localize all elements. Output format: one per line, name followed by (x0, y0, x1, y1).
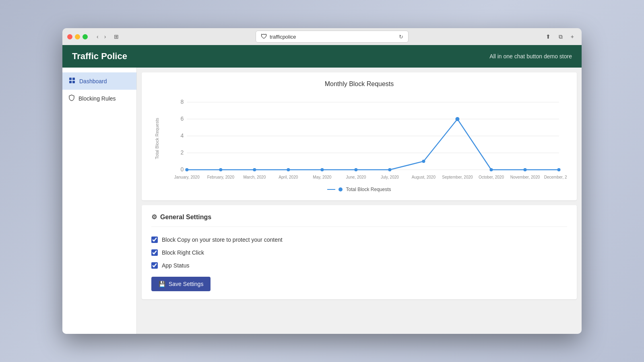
save-settings-button[interactable]: 💾 Save Settings (151, 277, 211, 291)
svg-text:December, 2020: December, 2020 (544, 175, 567, 179)
svg-text:April, 2020: April, 2020 (279, 175, 298, 179)
blocking-rules-label: Blocking Rules (78, 95, 116, 102)
app-status-checkbox[interactable] (151, 262, 158, 269)
svg-text:November, 2020: November, 2020 (510, 175, 540, 179)
svg-rect-2 (69, 81, 72, 83)
svg-text:March, 2020: March, 2020 (243, 175, 266, 179)
settings-header: ⚙ General Settings (151, 213, 567, 227)
svg-point-19 (354, 168, 357, 171)
settings-card: ⚙ General Settings Block Copy on your st… (142, 205, 577, 299)
shield-icon: 🛡 (261, 33, 267, 40)
block-copy-checkbox[interactable] (151, 237, 158, 243)
settings-title: General Settings (160, 214, 211, 221)
save-icon: 💾 (159, 281, 165, 287)
svg-point-24 (523, 168, 526, 171)
browser-window: ‹ › ⊞ 🛡 trafficpolice ↻ ⬆ ⧉ + Traffic Po… (62, 28, 582, 334)
save-button-label: Save Settings (169, 281, 203, 287)
chart-legend: Total Block Requests (151, 187, 567, 192)
svg-rect-3 (72, 81, 75, 83)
app-title: Traffic Police (72, 51, 127, 62)
svg-text:October, 2020: October, 2020 (479, 175, 504, 179)
legend-line (327, 189, 335, 190)
dashboard-label: Dashboard (79, 78, 107, 84)
setting-row-block-right-click: Block Right Click (151, 246, 567, 259)
new-tab-button[interactable]: + (568, 32, 577, 41)
app-header: Traffic Police All in one chat button de… (62, 45, 582, 68)
svg-text:February, 2020: February, 2020 (207, 175, 235, 179)
minimize-button[interactable] (75, 34, 80, 39)
url-text: trafficpolice (270, 34, 296, 40)
maximize-button[interactable] (83, 34, 88, 39)
svg-point-15 (219, 168, 222, 171)
y-axis-label: Total Block Requests (155, 118, 159, 159)
svg-text:8: 8 (180, 99, 184, 105)
svg-point-21 (422, 160, 425, 163)
back-button[interactable]: ‹ (94, 32, 101, 41)
svg-point-17 (287, 168, 290, 171)
app-status-label: App Status (162, 262, 190, 269)
app-body: Dashboard Blocking Rules Monthly Block R… (62, 68, 582, 334)
refresh-icon[interactable]: ↻ (399, 34, 403, 40)
svg-point-14 (185, 168, 188, 171)
svg-text:August, 2020: August, 2020 (412, 175, 436, 179)
traffic-lights (67, 34, 88, 39)
legend-label: Total Block Requests (346, 187, 391, 192)
svg-text:0: 0 (180, 166, 184, 173)
svg-text:4: 4 (180, 132, 184, 139)
legend-dot (339, 187, 343, 191)
app: Traffic Police All in one chat button de… (62, 45, 582, 334)
browser-titlebar: ‹ › ⊞ 🛡 trafficpolice ↻ ⬆ ⧉ + (62, 28, 582, 45)
sidebar-item-blocking-rules[interactable]: Blocking Rules (62, 90, 136, 107)
svg-text:September, 2020: September, 2020 (442, 175, 473, 179)
setting-row-app-status: App Status (151, 259, 567, 272)
svg-point-20 (388, 168, 391, 171)
svg-text:July, 2020: July, 2020 (381, 175, 399, 179)
share-button[interactable]: ⬆ (543, 32, 553, 41)
close-button[interactable] (67, 34, 72, 39)
browser-actions: ⬆ ⧉ + (543, 32, 577, 42)
tabs-button[interactable]: ⧉ (556, 32, 566, 42)
svg-text:June, 2020: June, 2020 (346, 175, 366, 179)
svg-point-16 (253, 168, 256, 171)
address-bar-container: 🛡 trafficpolice ↻ (131, 31, 533, 43)
sidebar-toggle-button[interactable]: ⊞ (111, 32, 121, 41)
svg-text:May, 2020: May, 2020 (313, 175, 332, 179)
main-content: Monthly Block Requests Total Block Reque… (137, 68, 582, 334)
svg-text:6: 6 (180, 115, 184, 122)
svg-point-25 (557, 168, 560, 171)
block-copy-label: Block Copy on your store to protect your… (162, 237, 283, 243)
nav-buttons: ‹ › (94, 32, 108, 41)
gear-icon: ⚙ (151, 213, 157, 221)
svg-text:2: 2 (180, 149, 184, 156)
svg-point-23 (489, 168, 493, 171)
forward-button[interactable]: › (102, 32, 109, 41)
sidebar: Dashboard Blocking Rules (62, 68, 137, 334)
block-right-click-checkbox[interactable] (151, 249, 158, 256)
svg-rect-1 (72, 78, 75, 80)
store-label: All in one chat button demo store (489, 53, 572, 60)
address-bar[interactable]: 🛡 trafficpolice ↻ (256, 31, 409, 43)
shield-sidebar-icon (69, 95, 74, 102)
chart-title: Monthly Block Requests (151, 80, 567, 88)
block-right-click-label: Block Right Click (162, 249, 204, 256)
svg-point-18 (320, 168, 324, 171)
svg-point-22 (455, 117, 459, 121)
svg-text:January, 2020: January, 2020 (174, 175, 200, 179)
dashboard-icon (69, 77, 75, 85)
sidebar-item-dashboard[interactable]: Dashboard (62, 72, 136, 90)
svg-rect-0 (69, 78, 72, 80)
setting-row-block-copy: Block Copy on your store to protect your… (151, 233, 567, 246)
chart-card: Monthly Block Requests Total Block Reque… (142, 72, 577, 200)
chart-svg: 8 6 4 2 0 (163, 94, 567, 183)
